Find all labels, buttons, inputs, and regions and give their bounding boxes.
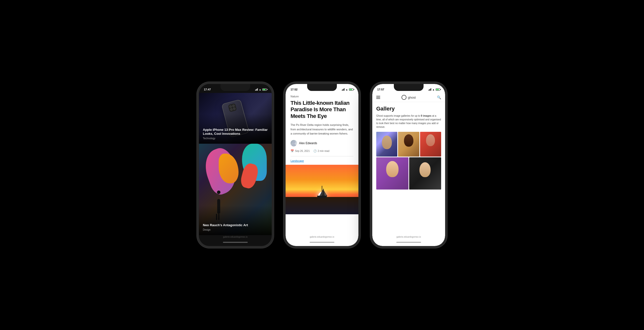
sunset-image <box>286 165 358 214</box>
phone-bottom-1 <box>199 238 272 246</box>
volume-down-button[interactable] <box>197 124 198 131</box>
art-shape-4 <box>239 162 260 190</box>
home-indicator-1[interactable] <box>223 242 248 243</box>
time-display: 17:47 <box>204 88 211 91</box>
card-iphone[interactable]: Apple iPhone 13 Pro Max Review: Familiar… <box>199 93 272 144</box>
lens-4 <box>233 107 236 110</box>
time-display-2: 17:52 <box>290 88 298 91</box>
phone-3: 17:57 ▲ <box>370 82 447 248</box>
website-label-2: galerie.eduardogomez.io <box>286 235 358 238</box>
search-icon[interactable]: 🔍 <box>437 96 441 99</box>
author-name: Alex Edwards <box>299 142 317 145</box>
read-time: 2 min read <box>318 150 330 152</box>
power-button[interactable] <box>273 119 274 131</box>
card-street-art[interactable]: Neo Rauch's Antagonistic Art Design <box>199 144 272 235</box>
article-scroll[interactable]: Nature This Little-known Italian Paradis… <box>286 93 358 235</box>
power-button-2[interactable] <box>360 119 360 131</box>
meta-row: 📅 Sep 26, 2021 🕐 2 min read <box>290 150 354 152</box>
gallery-nav: ghost 🔍 <box>372 93 445 102</box>
card-2-text: Neo Rauch's Antagonistic Art Design <box>203 223 248 231</box>
wifi-icon-2: ▲ <box>346 88 348 91</box>
volume-down-button-2[interactable] <box>284 124 284 131</box>
article-title: This Little-known Italian Paradise Is Mo… <box>290 100 354 120</box>
time-display-3: 17:57 <box>377 88 384 91</box>
menu-line-1 <box>376 96 380 96</box>
gallery-image-5[interactable] <box>409 157 442 190</box>
author-avatar <box>290 140 297 146</box>
phone-3-screen: 17:57 ▲ <box>372 84 445 246</box>
gallery-image-count: 9 images <box>421 114 432 117</box>
phone-bottom-3 <box>372 238 445 246</box>
status-icons: ▲ <box>255 88 267 91</box>
date-meta: 📅 Sep 26, 2021 <box>290 150 310 152</box>
home-indicator-3[interactable] <box>396 242 421 243</box>
phone-bottom-2 <box>286 238 358 246</box>
article-date: Sep 26, 2021 <box>295 150 310 152</box>
menu-line-2 <box>376 97 380 98</box>
ghost-logo: ghost <box>402 95 416 100</box>
sailboat <box>317 186 327 198</box>
website-label-1: galerie.eduardogomez.io <box>199 235 272 238</box>
card-2-category: Design <box>203 228 248 231</box>
volume-up-button-3[interactable] <box>370 114 371 121</box>
battery-icon <box>262 88 267 91</box>
home-indicator-2[interactable] <box>310 242 334 243</box>
article-tag: Nature <box>290 95 354 98</box>
boat-sail-right <box>322 190 328 196</box>
card-2-title: Neo Rauch's Antagonistic Art <box>203 223 248 228</box>
phone-1-screen: 17:47 ▲ <box>199 84 272 246</box>
card-1-title: Apple iPhone 13 Pro Max Review: Familiar… <box>203 128 268 136</box>
gallery-bottom-row <box>376 157 441 190</box>
phone-2-screen: 17:52 ▲ Nature This Little-known Italia <box>286 84 358 246</box>
volume-up-button-2[interactable] <box>284 114 284 121</box>
ghost-logo-icon <box>402 95 406 100</box>
article-excerpt: The Po River Delta region holds surprisi… <box>290 123 354 136</box>
card-1-text: Apple iPhone 13 Pro Max Review: Familiar… <box>203 128 268 140</box>
signal-icon-3 <box>428 88 431 91</box>
battery-icon-2 <box>349 88 354 91</box>
card-1-category: Technology <box>203 137 268 140</box>
website-label-3: galerie.eduardogomez.io <box>372 235 445 238</box>
figure-head <box>217 190 220 194</box>
volume-down-button-3[interactable] <box>370 124 371 131</box>
article-content: Nature This Little-known Italian Paradis… <box>286 93 358 165</box>
lens-3 <box>230 108 233 111</box>
wifi-icon: ▲ <box>259 88 261 91</box>
clock-icon: 🕐 <box>313 150 317 152</box>
volume-up-button[interactable] <box>197 114 198 121</box>
ghost-logo-text: ghost <box>408 96 416 99</box>
battery-icon-3 <box>436 88 440 91</box>
power-button-3[interactable] <box>446 119 447 131</box>
author-row: Alex Edwards <box>290 140 354 146</box>
hamburger-menu[interactable] <box>376 96 380 99</box>
signal-icon-2 <box>342 88 344 91</box>
gallery-image-2[interactable] <box>398 132 419 156</box>
gallery-title: Gallery <box>376 106 441 112</box>
portrait-face-5 <box>420 162 431 177</box>
wifi-icon-3: ▲ <box>432 88 435 91</box>
calendar-icon: 📅 <box>290 150 294 152</box>
portrait-face-3 <box>426 134 435 146</box>
gallery-image-3[interactable] <box>420 132 441 156</box>
notch-2 <box>307 84 337 91</box>
read-time-meta: 🕐 2 min read <box>313 150 330 152</box>
svg-point-0 <box>292 141 295 144</box>
gallery-image-4[interactable] <box>376 157 408 190</box>
phone-2: 17:52 ▲ Nature This Little-known Italia <box>284 82 360 248</box>
lens-2 <box>232 104 235 107</box>
signal-icon <box>255 88 258 91</box>
phone-1: 17:47 ▲ <box>197 82 274 248</box>
gallery-image-1[interactable] <box>376 132 397 156</box>
status-icons-2: ▲ <box>342 88 354 91</box>
lens-1 <box>229 105 232 108</box>
svg-point-1 <box>292 144 296 146</box>
portrait-face-4 <box>386 161 398 177</box>
gallery-top-row <box>376 132 441 156</box>
portrait-face-2 <box>404 134 414 147</box>
status-icons-3: ▲ <box>428 88 440 91</box>
landscape-tag[interactable]: Landscape <box>290 159 304 162</box>
gallery-desc-text: Ghost supports image galleries for up to <box>376 114 421 117</box>
notch-3 <box>394 84 424 91</box>
camera-module <box>228 103 237 112</box>
gallery-page: Gallery Ghost supports image galleries f… <box>372 102 445 235</box>
